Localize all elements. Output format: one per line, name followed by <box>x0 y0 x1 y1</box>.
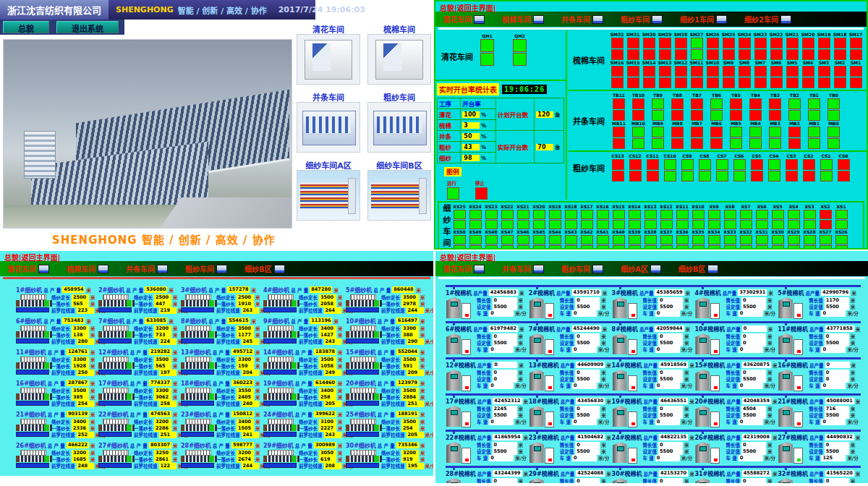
spinning-machine-card[interactable]: 24#细纱机 总 产 量 399622 米 络纱定长3100米 一落纱长2227… <box>263 410 346 438</box>
machine-status-cell[interactable]: XS29 <box>786 229 801 250</box>
carding-machine-card[interactable]: 5#梳棉机 总产量 42990796 米 筒长值1170米 设定值5500米 车… <box>778 289 861 318</box>
carding-machine-card[interactable]: 27#梳棉机 总产量 44490832 米 筒长值0米 设定值5500米 车 速… <box>778 433 861 463</box>
machine-status-cell[interactable]: SM8 <box>736 60 752 88</box>
machine-status-cell[interactable]: MB4 <box>746 121 765 149</box>
machine-status-cell[interactable]: XS40 <box>610 229 626 250</box>
machine-status-cell[interactable]: XS48 <box>483 229 499 250</box>
nav-workshop-link[interactable]: 梳棉车间 <box>67 263 109 274</box>
spinning-machine-card[interactable]: 12#细纱机 总 产 量 219282 米 络纱定长3500米 一落纱长565米… <box>98 348 181 375</box>
carding-machine-card[interactable]: 10#梳棉机 总产量 0 米 筒长值0米 设定值0米 车 速0米/分 <box>694 325 778 354</box>
machine-status-cell[interactable]: SM5 <box>784 60 800 88</box>
carding-machine-card[interactable]: 4#梳棉机 总产量 37302931 米 筒长值0米 设定值5500米 车 速0… <box>694 289 778 318</box>
machine-status-cell[interactable]: TB3 <box>765 93 785 121</box>
spinning-machine-card[interactable]: 17#细纱机 总 产 量 774337 米 络纱定长3300米 一落纱长3062… <box>98 379 181 406</box>
machine-status-cell[interactable]: SM14 <box>641 60 657 88</box>
machine-status-cell[interactable]: SM9 <box>720 60 736 88</box>
spinning-machine-card[interactable]: 15#细纱机 总 产 量 552044 米 络纱定长3500米 一落纱长591米… <box>346 348 428 375</box>
carding-machine-card[interactable]: 32#梳棉机 总产量 41565220 米 筒长值0米 设定值5500米 车 速… <box>778 469 861 483</box>
machine-status-cell[interactable]: SM12 <box>673 60 689 88</box>
machine-status-cell[interactable]: XS5 <box>770 204 786 229</box>
nav-workshop-link[interactable]: 细纱B区 <box>244 263 285 274</box>
machine-status-cell[interactable]: XS18 <box>563 204 579 229</box>
workshop-thumbnail[interactable]: 细纱车间B区 <box>367 159 431 221</box>
machine-status-cell[interactable]: SM16 <box>609 60 625 88</box>
machine-status-cell[interactable]: XS19 <box>547 204 563 229</box>
machine-status-cell[interactable]: TB2 <box>785 93 804 121</box>
spinning-machine-card[interactable]: 10#细纱机 总 产 量 616497 米 络纱定长3300米 一落纱长380米… <box>346 317 428 344</box>
carding-machine-card[interactable]: 11#梳棉机 总产量 43771858 米 筒长值0米 设定值5500米 车 速… <box>778 325 861 354</box>
machine-status-cell[interactable]: SM10 <box>705 60 720 88</box>
machine-status-cell[interactable]: XS3 <box>801 204 817 229</box>
machine-status-cell[interactable]: TB6 <box>707 93 726 121</box>
machine-status-cell[interactable]: XS21 <box>515 204 531 229</box>
workshop-thumbnail[interactable]: 并条车间 <box>297 91 360 153</box>
spinning-machine-card[interactable]: 21#细纱机 总 产 量 903139 米 络纱定长3400米 一落纱长2336… <box>16 410 98 438</box>
machine-status-cell[interactable]: CS10 <box>661 153 678 182</box>
workshop-thumbnail[interactable]: 细纱车间A区 <box>297 159 360 221</box>
machine-status-cell[interactable]: MB0 <box>824 121 843 149</box>
machine-status-cell[interactable]: TB4 <box>746 93 765 121</box>
machine-status-cell[interactable]: SM29 <box>657 32 673 60</box>
carding-machine-card[interactable]: 29#梳棉机 总产量 42524088 米 筒长值0米 设定值5500米 车 速… <box>529 469 612 483</box>
machine-status-cell[interactable]: TB10 <box>629 93 648 121</box>
machine-status-cell[interactable]: MB10 <box>629 121 648 149</box>
machine-status-cell[interactable]: TB0 <box>824 93 843 121</box>
machine-status-cell[interactable]: XS34 <box>706 229 722 250</box>
machine-status-cell[interactable]: MB2 <box>785 121 804 149</box>
machine-status-cell[interactable]: CS9 <box>678 153 696 182</box>
spinning-machine-card[interactable]: 11#细纱机 总 产 量 124761 米 络纱定长3300米 一落纱长1928… <box>16 348 98 375</box>
spinning-machine-card[interactable]: 9#细纱机 总 产 量 113196 米 络纱定长3400米 一落纱长1427米… <box>263 317 346 344</box>
nav-workshop-link[interactable]: 粗纱车间 <box>621 14 663 25</box>
machine-status-cell[interactable]: SM20 <box>800 32 816 60</box>
machine-status-cell[interactable]: SM11 <box>689 60 705 88</box>
carding-machine-card[interactable]: 20#梳棉机 总产量 42048359 米 筒长值4504米 设定值5500米 … <box>694 397 778 427</box>
machine-status-cell[interactable]: XS42 <box>579 229 595 250</box>
carding-machine-card[interactable]: 24#梳棉机 总产量 44822135 米 筒长值0米 设定值5500米 车 速… <box>612 433 695 463</box>
machine-status-cell[interactable]: SM4 <box>800 60 816 88</box>
back-to-main-link[interactable]: 返回主界面 <box>457 4 493 12</box>
machine-status-cell[interactable]: MB1 <box>804 121 824 149</box>
machine-status-cell[interactable]: XS1 <box>833 204 849 229</box>
overview-link[interactable]: 总貌 <box>440 254 454 262</box>
machine-status-cell[interactable]: MB6 <box>707 121 726 149</box>
machine-status-cell[interactable]: SM30 <box>641 32 657 60</box>
machine-status-cell[interactable]: XS25 <box>451 204 467 229</box>
machine-status-cell[interactable]: XS33 <box>722 229 738 250</box>
machine-status-cell[interactable]: TB7 <box>687 93 707 121</box>
carding-machine-card[interactable]: 2#梳棉机 总产量 43591710 米 筒长值0米 设定值5500米 车 速0… <box>529 289 612 318</box>
machine-status-cell[interactable]: CS11 <box>644 153 661 182</box>
machine-status-cell[interactable]: XS28 <box>801 229 817 250</box>
nav-workshop-link[interactable]: 粗纱车间 <box>561 263 603 274</box>
nav-workshop-link[interactable]: 细纱1车间 <box>680 14 727 25</box>
machine-status-cell[interactable]: MB9 <box>648 121 668 149</box>
machine-status-cell[interactable]: MB3 <box>765 121 785 149</box>
exit-system-button[interactable]: 退出系统 <box>56 21 119 33</box>
spinning-machine-card[interactable]: 18#细纱机 总 产 量 360223 米 络纱定长3550米 一落纱长2405… <box>181 379 263 406</box>
spinning-machine-card[interactable]: 5#细纱机 总 产 量 860448 米 络纱定长3500米 一落纱长2978米… <box>346 286 428 313</box>
machine-status-cell[interactable]: XS47 <box>499 229 515 250</box>
machine-status-cell[interactable]: TB11 <box>609 93 629 121</box>
machine-status-cell[interactable]: XS36 <box>674 229 690 250</box>
machine-status-cell[interactable]: XS26 <box>833 229 849 250</box>
carding-machine-card[interactable]: 31#梳棉机 总产量 45588272 米 筒长值0米 设定值5500米 车 速… <box>694 469 778 483</box>
machine-status-cell[interactable]: CS5 <box>748 153 765 182</box>
machine-status-cell[interactable]: SM25 <box>720 32 736 60</box>
machine-status-cell[interactable]: XS24 <box>467 204 483 229</box>
workshop-thumbnail[interactable]: 梳棉车间 <box>367 23 431 85</box>
machine-status-cell[interactable]: QH1 <box>480 33 494 80</box>
machine-status-cell[interactable]: XS32 <box>738 229 754 250</box>
machine-status-cell[interactable]: CS4 <box>765 153 783 182</box>
back-to-main-link[interactable]: 返回主界面 <box>457 254 493 262</box>
spinning-machine-card[interactable]: 19#细纱机 总 产 量 614460 米 络纱定长3400米 一落纱长258米… <box>263 379 346 406</box>
machine-status-cell[interactable]: XS41 <box>595 229 610 250</box>
machine-status-cell[interactable]: SM27 <box>689 32 705 60</box>
carding-machine-card[interactable]: 16#梳棉机 总产量 0 米 筒长值0米 设定值0米 车 速0米/分 <box>778 361 861 391</box>
carding-machine-card[interactable]: 18#梳棉机 总产量 43456830 米 筒长值0米 设定值5500米 车 速… <box>529 397 612 427</box>
machine-status-cell[interactable]: SM2 <box>832 60 848 88</box>
machine-status-cell[interactable]: SM28 <box>673 32 689 60</box>
nav-workshop-link[interactable]: 细纱B区 <box>678 263 719 274</box>
spinning-machine-card[interactable]: 28#细纱机 总 产 量 598777 米 络纱定长3200米 一落纱长2674… <box>181 441 263 469</box>
spinning-machine-card[interactable]: 13#细纱机 总 产 量 495712 米 络纱定长3300米 一落纱长159米… <box>181 348 263 375</box>
overview-link[interactable]: 总貌 <box>4 254 19 262</box>
machine-status-cell[interactable]: SM17 <box>848 32 864 60</box>
